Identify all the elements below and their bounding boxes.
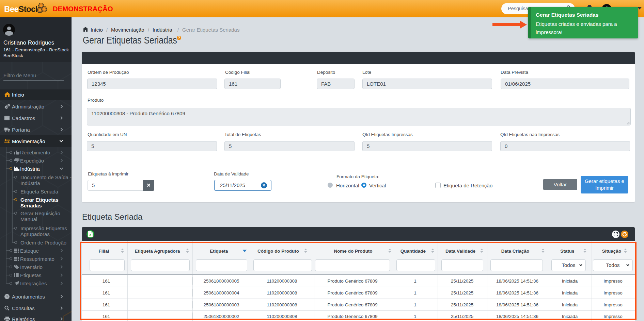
svg-text:x: x (89, 233, 91, 236)
